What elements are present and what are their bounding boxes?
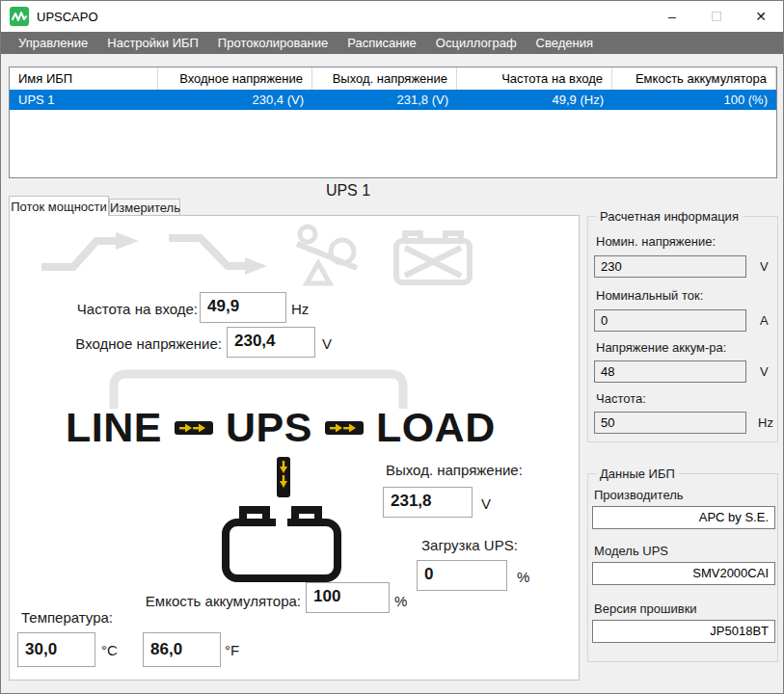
ups-load-value[interactable]: 0	[417, 560, 507, 591]
menu-schedule[interactable]: Расписание	[338, 32, 426, 54]
maximize-button[interactable]	[694, 1, 739, 32]
ups-load-unit: %	[517, 569, 529, 585]
tab-power-flow[interactable]: Поток мощности	[9, 196, 109, 216]
battery-icon	[222, 503, 341, 584]
battery-flow-arrow-icon	[277, 457, 290, 497]
nominal-current-value[interactable]: 0	[594, 309, 746, 332]
title-bar: UPSCAPO – ✕	[1, 1, 783, 32]
nominal-voltage-unit: V	[760, 259, 769, 274]
menu-bar: Управление Настройки ИБП Протоколировани…	[1, 32, 783, 54]
temperature-label: Температура:	[21, 609, 113, 626]
input-frequency-unit: Hz	[291, 301, 309, 317]
minimize-button[interactable]: –	[650, 1, 694, 32]
ups-data-group: Данные ИБП Производитель APC by S.E. Мод…	[587, 473, 778, 662]
column-header-name[interactable]: Имя ИБП	[10, 67, 158, 90]
manufacturer-label: Производитель	[594, 488, 684, 502]
power-flow-diagram: LINE UPS LOAD	[66, 405, 496, 450]
output-voltage-unit: V	[481, 495, 491, 512]
nominal-current-label: Номинальный ток:	[596, 288, 703, 303]
cell-output-voltage: 231,8 (V)	[312, 90, 457, 110]
cell-input-frequency: 49,9 (Hz)	[457, 90, 612, 110]
app-window: UPSCAPO – ✕ Управление Настройки ИБП Про…	[0, 0, 784, 694]
ups-model-label: Модель UPS	[594, 544, 668, 558]
battery-voltage-label: Напряжение аккум-ра:	[596, 340, 726, 355]
frequency-unit: Hz	[758, 415, 773, 430]
firmware-version-label: Версия прошивки	[594, 601, 697, 616]
nominal-voltage-label: Номин. напряжение:	[596, 234, 716, 249]
battery-capacity-unit: %	[394, 593, 407, 609]
column-header-input-voltage[interactable]: Входное напряжение	[158, 67, 312, 90]
input-frequency-value[interactable]: 49,9	[200, 292, 286, 323]
window-title: UPSCAPO	[37, 10, 98, 24]
input-voltage-unit: V	[322, 335, 332, 352]
manufacturer-value[interactable]: APC by S.E.	[592, 506, 775, 529]
table-row-selected[interactable]: UPS 1 230,4 (V) 231,8 (V) 49,9 (Hz) 100 …	[10, 90, 776, 110]
frequency-label: Частота:	[596, 391, 646, 406]
tab-meter[interactable]: Измеритель	[109, 199, 180, 216]
frequency-value[interactable]: 50	[594, 412, 746, 434]
app-logo-icon	[10, 7, 29, 26]
ups-list: Имя ИБП Входное напряжение Выход. напряж…	[9, 67, 777, 178]
temperature-fahrenheit-value[interactable]: 86,0	[143, 632, 221, 667]
column-header-battery-capacity[interactable]: Емкость аккумулятора	[612, 67, 776, 90]
ups-data-title: Данные ИБП	[596, 467, 679, 481]
voltage-boost-icon	[39, 231, 141, 276]
selected-ups-title: UPS 1	[252, 182, 445, 200]
ups-label: UPS	[226, 405, 312, 450]
output-voltage-value[interactable]: 231,8	[383, 487, 473, 518]
power-flow-panel: Частота на входе: 49,9 Hz Входное напряж…	[9, 215, 580, 681]
ups-load-label: Загрузка UPS:	[421, 537, 518, 553]
calculated-info-group: Расчетная информация Номин. напряжение: …	[587, 216, 778, 442]
close-button[interactable]: ✕	[739, 1, 783, 32]
input-voltage-label: Входное напряжение:	[10, 335, 222, 352]
cell-input-voltage: 230,4 (V)	[158, 90, 312, 110]
menu-logging[interactable]: Протоколирование	[208, 32, 338, 54]
line-label: LINE	[66, 405, 162, 450]
ups-list-header: Имя ИБП Входное напряжение Выход. напряж…	[10, 67, 776, 90]
battery-capacity-label: Емкость аккумулятора:	[96, 593, 301, 609]
window-controls: – ✕	[650, 1, 783, 32]
temperature-celsius-value[interactable]: 30,0	[17, 632, 95, 667]
nominal-voltage-value[interactable]: 230	[594, 255, 746, 278]
output-voltage-label: Выход. напряжение:	[386, 462, 523, 478]
load-label: LOAD	[376, 405, 496, 450]
maximize-icon	[712, 12, 721, 21]
input-frequency-label: Частота на входе:	[10, 301, 198, 317]
menu-ups-settings[interactable]: Настройки ИБП	[97, 32, 208, 54]
overload-scale-icon	[295, 224, 359, 287]
cell-battery-capacity: 100 (%)	[612, 90, 776, 110]
battery-voltage-value[interactable]: 48	[594, 360, 746, 383]
menu-about[interactable]: Сведения	[527, 32, 603, 54]
nominal-current-unit: A	[760, 313, 769, 328]
column-header-input-frequency[interactable]: Частота на входе	[457, 67, 612, 90]
menu-oscilloscope[interactable]: Осциллограф	[426, 32, 527, 54]
temperature-fahrenheit-unit: °F	[225, 642, 239, 658]
column-header-output-voltage[interactable]: Выход. напряжение	[312, 67, 457, 90]
cell-ups-name: UPS 1	[10, 90, 158, 110]
calculated-info-title: Расчетная информация	[596, 209, 743, 224]
input-voltage-value[interactable]: 230,4	[227, 327, 315, 358]
menu-control[interactable]: Управление	[9, 32, 97, 54]
flow-arrow-ups-to-load-icon	[325, 421, 364, 435]
ups-model-value[interactable]: SMV2000CAI	[592, 562, 775, 585]
firmware-version-value[interactable]: JP5018BT	[592, 620, 775, 643]
flow-arrow-line-to-ups-icon	[175, 421, 213, 435]
battery-fault-icon	[393, 229, 473, 285]
temperature-celsius-unit: °C	[101, 642, 118, 658]
battery-capacity-value[interactable]: 100	[306, 582, 390, 613]
voltage-trim-icon	[166, 231, 268, 281]
battery-voltage-unit: V	[760, 364, 769, 379]
